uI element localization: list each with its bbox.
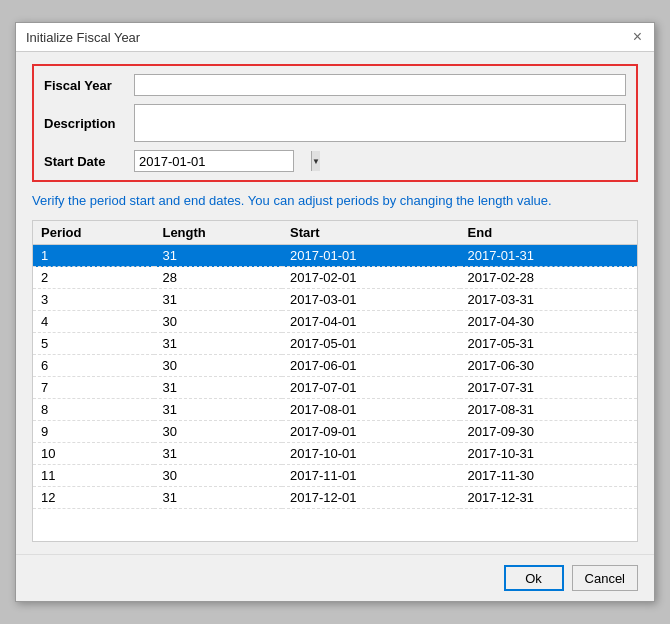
cell-end: 2017-11-30 (460, 465, 637, 487)
cell-start: 2017-04-01 (282, 311, 459, 333)
table-body: 1312017-01-012017-01-312282017-02-012017… (33, 245, 637, 509)
dialog-body: Fiscal Year Description Start Date ▼ Ver… (16, 52, 654, 554)
col-period: Period (33, 221, 154, 245)
cell-start: 2017-06-01 (282, 355, 459, 377)
cell-start: 2017-09-01 (282, 421, 459, 443)
description-input[interactable] (134, 104, 626, 142)
table-header: Period Length Start End (33, 221, 637, 245)
cell-length: 30 (154, 421, 282, 443)
cell-length: 30 (154, 465, 282, 487)
cell-period: 3 (33, 289, 154, 311)
close-button[interactable]: × (631, 29, 644, 45)
col-end: End (460, 221, 637, 245)
description-row: Description (44, 104, 626, 142)
cell-end: 2017-08-31 (460, 399, 637, 421)
cell-length: 28 (154, 267, 282, 289)
cancel-button[interactable]: Cancel (572, 565, 638, 591)
cell-length: 31 (154, 377, 282, 399)
cell-end: 2017-04-30 (460, 311, 637, 333)
start-date-dropdown-button[interactable]: ▼ (311, 151, 320, 171)
cell-period: 5 (33, 333, 154, 355)
cell-length: 31 (154, 487, 282, 509)
title-bar: Initialize Fiscal Year × (16, 23, 654, 52)
start-date-input[interactable] (135, 152, 311, 171)
initialize-fiscal-year-dialog: Initialize Fiscal Year × Fiscal Year Des… (15, 22, 655, 602)
description-label: Description (44, 116, 134, 131)
cell-start: 2017-05-01 (282, 333, 459, 355)
fiscal-year-label: Fiscal Year (44, 78, 134, 93)
cell-period: 1 (33, 245, 154, 267)
cell-period: 8 (33, 399, 154, 421)
cell-start: 2017-08-01 (282, 399, 459, 421)
cell-period: 2 (33, 267, 154, 289)
table-row[interactable]: 11302017-11-012017-11-30 (33, 465, 637, 487)
table-row[interactable]: 1312017-01-012017-01-31 (33, 245, 637, 267)
cell-end: 2017-10-31 (460, 443, 637, 465)
cell-length: 31 (154, 443, 282, 465)
col-length: Length (154, 221, 282, 245)
info-text: Verify the period start and end dates. Y… (32, 192, 638, 210)
start-date-label: Start Date (44, 154, 134, 169)
table-row[interactable]: 2282017-02-012017-02-28 (33, 267, 637, 289)
cell-period: 7 (33, 377, 154, 399)
fiscal-year-input[interactable] (134, 74, 626, 96)
cell-start: 2017-07-01 (282, 377, 459, 399)
cell-length: 30 (154, 311, 282, 333)
cell-period: 11 (33, 465, 154, 487)
cell-start: 2017-01-01 (282, 245, 459, 267)
table-row[interactable]: 7312017-07-012017-07-31 (33, 377, 637, 399)
ok-button[interactable]: Ok (504, 565, 564, 591)
cell-end: 2017-06-30 (460, 355, 637, 377)
cell-end: 2017-09-30 (460, 421, 637, 443)
cell-period: 4 (33, 311, 154, 333)
cell-length: 31 (154, 333, 282, 355)
table-row[interactable]: 9302017-09-012017-09-30 (33, 421, 637, 443)
table-row[interactable]: 10312017-10-012017-10-31 (33, 443, 637, 465)
table-row[interactable]: 12312017-12-012017-12-31 (33, 487, 637, 509)
cell-end: 2017-01-31 (460, 245, 637, 267)
table-row[interactable]: 4302017-04-012017-04-30 (33, 311, 637, 333)
col-start: Start (282, 221, 459, 245)
cell-start: 2017-10-01 (282, 443, 459, 465)
start-date-select-wrapper: ▼ (134, 150, 294, 172)
cell-length: 30 (154, 355, 282, 377)
cell-start: 2017-02-01 (282, 267, 459, 289)
cell-start: 2017-12-01 (282, 487, 459, 509)
start-date-row: Start Date ▼ (44, 150, 626, 172)
cell-end: 2017-05-31 (460, 333, 637, 355)
form-section: Fiscal Year Description Start Date ▼ (32, 64, 638, 182)
cell-start: 2017-11-01 (282, 465, 459, 487)
table-row[interactable]: 3312017-03-012017-03-31 (33, 289, 637, 311)
cell-end: 2017-07-31 (460, 377, 637, 399)
cell-period: 6 (33, 355, 154, 377)
dialog-title: Initialize Fiscal Year (26, 30, 140, 45)
cell-start: 2017-03-01 (282, 289, 459, 311)
fiscal-year-row: Fiscal Year (44, 74, 626, 96)
table-row[interactable]: 5312017-05-012017-05-31 (33, 333, 637, 355)
table-row[interactable]: 8312017-08-012017-08-31 (33, 399, 637, 421)
cell-end: 2017-12-31 (460, 487, 637, 509)
cell-period: 12 (33, 487, 154, 509)
cell-length: 31 (154, 245, 282, 267)
dialog-footer: Ok Cancel (16, 554, 654, 601)
cell-period: 10 (33, 443, 154, 465)
periods-table: Period Length Start End 1312017-01-01201… (33, 221, 637, 509)
periods-table-container: Period Length Start End 1312017-01-01201… (32, 220, 638, 542)
cell-end: 2017-02-28 (460, 267, 637, 289)
cell-length: 31 (154, 399, 282, 421)
cell-length: 31 (154, 289, 282, 311)
cell-end: 2017-03-31 (460, 289, 637, 311)
cell-period: 9 (33, 421, 154, 443)
table-row[interactable]: 6302017-06-012017-06-30 (33, 355, 637, 377)
